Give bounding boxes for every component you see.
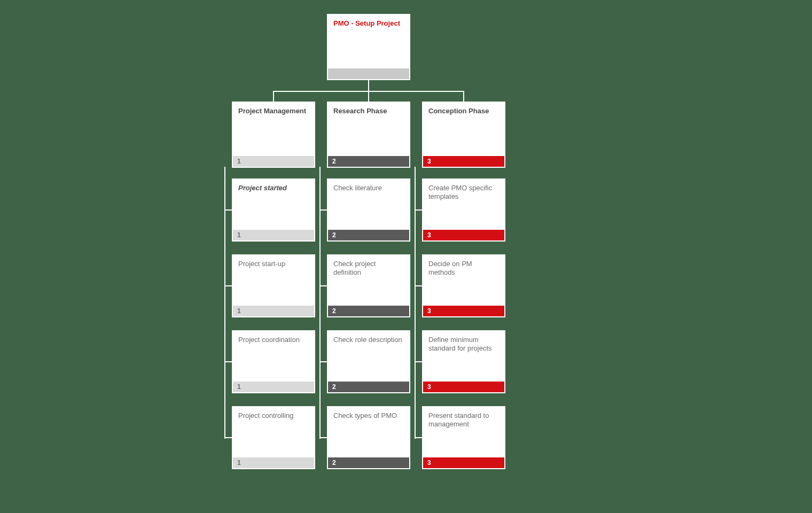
- node-title: Check role description: [328, 331, 409, 344]
- column-header[interactable]: Conception Phase3: [422, 102, 505, 168]
- node-footer: [328, 68, 409, 79]
- connector-line: [415, 361, 422, 362]
- connector-line: [224, 437, 232, 438]
- node-footer: 2: [328, 156, 409, 167]
- node-number: 3: [427, 307, 431, 315]
- node-title: Project coordination: [233, 331, 314, 344]
- node-title: Project start-up: [233, 255, 314, 268]
- node-number: 2: [332, 231, 336, 239]
- node-footer: 3: [423, 457, 504, 468]
- wbs-node[interactable]: Check project definition2: [327, 254, 410, 317]
- node-title: Check types of PMO: [328, 407, 409, 420]
- node-number: 2: [332, 307, 336, 315]
- node-title: Conception Phase: [423, 103, 504, 115]
- node-footer: 2: [328, 306, 409, 316]
- node-number: 1: [237, 383, 241, 391]
- node-title: Present standard to management: [423, 407, 504, 429]
- node-title: Create PMO specific templates: [423, 180, 504, 201]
- connector-line: [224, 167, 225, 439]
- connector-line: [319, 167, 321, 439]
- node-number: 3: [427, 158, 431, 165]
- connector-line: [319, 285, 327, 286]
- wbs-node[interactable]: Decide on PM methods3: [422, 254, 505, 317]
- wbs-node[interactable]: Create PMO specific templates3: [422, 178, 505, 242]
- connector-line: [415, 437, 422, 438]
- node-footer: 3: [423, 382, 504, 392]
- wbs-node[interactable]: Check literature2: [327, 178, 410, 242]
- node-title: PMO - Setup Project: [328, 15, 409, 28]
- node-title: Project started: [233, 180, 314, 192]
- wbs-node[interactable]: Project controlling1: [232, 406, 315, 469]
- node-footer: 1: [233, 230, 314, 240]
- node-footer: 2: [328, 382, 409, 392]
- node-title: Check project definition: [328, 255, 409, 277]
- connector-line: [224, 361, 232, 362]
- node-title: Decide on PM methods: [423, 255, 504, 277]
- wbs-node[interactable]: Define minimum standard for projects3: [422, 330, 505, 393]
- node-footer: 2: [328, 230, 409, 240]
- node-number: 2: [332, 158, 336, 165]
- node-number: 3: [427, 383, 431, 391]
- wbs-node[interactable]: Check types of PMO2: [327, 406, 410, 469]
- node-title: Project Management: [233, 103, 314, 115]
- connector-line: [368, 80, 369, 91]
- connector-line: [319, 437, 327, 438]
- connector-line: [224, 285, 232, 286]
- connector-line: [415, 167, 416, 439]
- node-number: 1: [237, 307, 241, 315]
- node-footer: 3: [423, 156, 504, 167]
- node-footer: 3: [423, 230, 504, 240]
- node-number: 2: [332, 459, 336, 467]
- column-header[interactable]: Project Management1: [232, 102, 315, 168]
- root-node[interactable]: PMO - Setup Project: [327, 14, 410, 80]
- connector-line: [319, 209, 327, 211]
- node-title: Define minimum standard for projects: [423, 331, 504, 353]
- node-number: 2: [332, 383, 336, 391]
- connector-line: [415, 209, 422, 211]
- connector-line: [368, 91, 369, 102]
- node-footer: 1: [233, 306, 314, 316]
- connector-line: [224, 209, 232, 211]
- node-title: Check literature: [328, 180, 409, 192]
- wbs-node[interactable]: Project coordination1: [232, 330, 315, 393]
- node-number: 1: [237, 231, 241, 239]
- wbs-node[interactable]: Project started1: [232, 178, 315, 242]
- connector-line: [273, 91, 274, 102]
- node-footer: 1: [233, 156, 314, 167]
- connector-line: [319, 361, 327, 362]
- node-footer: 3: [423, 306, 504, 316]
- node-title: Project controlling: [233, 407, 314, 420]
- column-header[interactable]: Research Phase2: [327, 102, 410, 168]
- wbs-node[interactable]: Present standard to management3: [422, 406, 505, 469]
- node-title: Research Phase: [328, 103, 409, 115]
- node-number: 1: [237, 459, 241, 467]
- node-footer: 1: [233, 382, 314, 392]
- connector-line: [463, 91, 464, 102]
- wbs-node[interactable]: Check role description2: [327, 330, 410, 393]
- node-footer: 2: [328, 457, 409, 468]
- node-number: 3: [427, 459, 431, 467]
- node-number: 1: [237, 158, 241, 165]
- wbs-node[interactable]: Project start-up1: [232, 254, 315, 317]
- node-footer: 1: [233, 457, 314, 468]
- connector-line: [415, 285, 422, 286]
- node-number: 3: [427, 231, 431, 239]
